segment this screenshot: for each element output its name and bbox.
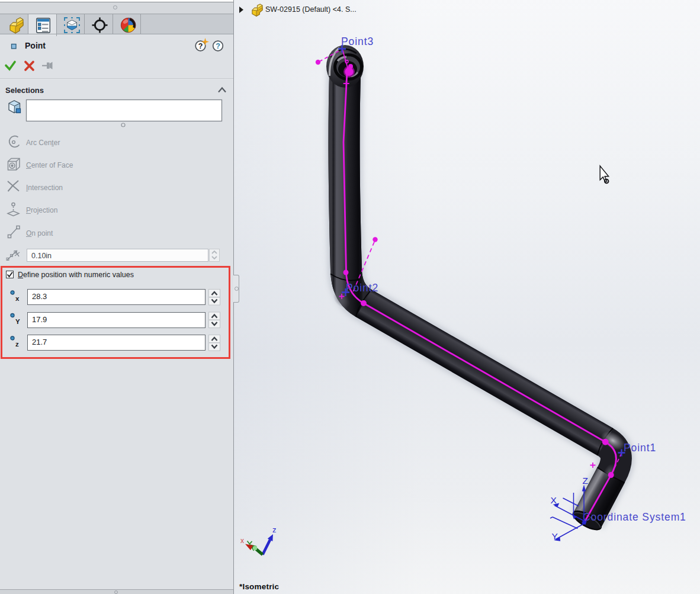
svg-text:?: ? [216,42,220,50]
svg-text:?: ? [198,42,203,50]
svg-text:Y: Y [15,318,20,325]
svg-text:x: x [240,537,244,545]
svg-text:Point3: Point3 [341,36,374,47]
svg-text:Z: Z [583,476,588,486]
svg-text:x: x [15,295,20,302]
svg-text:Coordinate System1: Coordinate System1 [583,511,686,523]
svg-text:z: z [15,341,19,348]
svg-text:Point1: Point1 [624,442,656,454]
svg-text:Point2: Point2 [346,282,378,294]
svg-text:Y: Y [552,531,558,541]
svg-text:X: X [551,495,557,505]
svg-text:z: z [272,525,277,534]
